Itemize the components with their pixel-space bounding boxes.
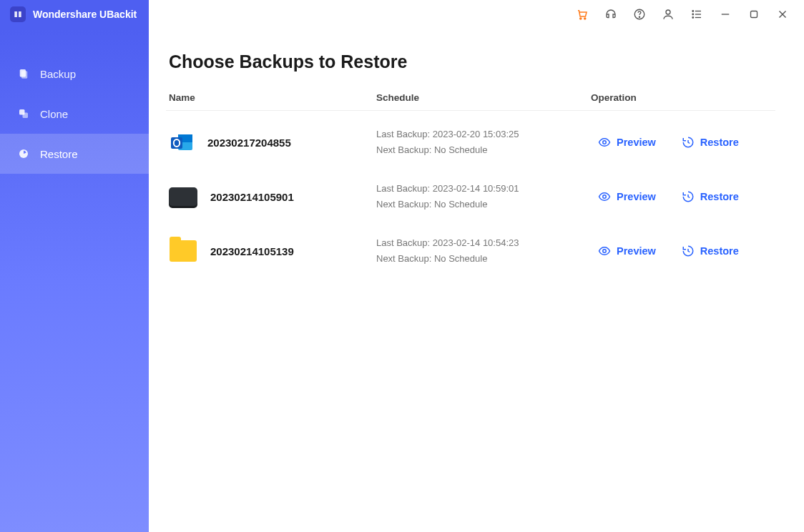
svg-rect-18 — [23, 113, 29, 119]
sidebar-item-label: Restore — [40, 148, 78, 160]
titlebar-controls — [575, 7, 804, 21]
next-backup-text: Next Backup: No Schedule — [376, 197, 591, 212]
last-backup-text: Last Backup: 2023-02-14 10:54:23 — [376, 235, 591, 251]
schedule-cell: Last Backup: 2023-02-14 10:54:23Next Bac… — [376, 235, 591, 267]
app-logo-icon — [10, 6, 26, 22]
restore-button[interactable]: Restore — [682, 190, 739, 203]
sidebar-item-clone[interactable]: Clone — [0, 94, 149, 134]
table-body: 20230217204855Last Backup: 2023-02-20 15… — [166, 115, 775, 278]
sidebar-item-label: Clone — [40, 108, 68, 120]
svg-point-9 — [692, 17, 694, 19]
schedule-cell: Last Backup: 2023-02-14 10:59:01Next Bac… — [376, 181, 591, 212]
help-icon[interactable] — [632, 7, 647, 21]
backup-name: 20230214105901 — [210, 191, 294, 203]
svg-point-3 — [639, 16, 639, 17]
page-title: Choose Backups to Restore — [166, 51, 775, 72]
preview-button[interactable]: Preview — [598, 136, 656, 149]
next-backup-text: Next Backup: No Schedule — [376, 142, 591, 158]
preview-button[interactable]: Preview — [598, 245, 656, 257]
preview-button[interactable]: Preview — [598, 190, 656, 203]
svg-rect-16 — [21, 71, 27, 79]
outlook-icon — [169, 129, 195, 155]
svg-point-25 — [603, 195, 607, 199]
restore-button[interactable]: Restore — [682, 245, 739, 257]
backup-name: 20230214105139 — [210, 245, 294, 257]
table-row: 20230214105901Last Backup: 2023-02-14 10… — [166, 169, 775, 224]
maximize-icon[interactable] — [747, 7, 761, 21]
svg-point-4 — [666, 10, 670, 14]
next-backup-text: Next Backup: No Schedule — [376, 251, 591, 267]
restore-button[interactable]: Restore — [682, 136, 739, 149]
table-row: 20230217204855Last Backup: 2023-02-20 15… — [166, 115, 775, 169]
svg-point-26 — [603, 250, 607, 253]
svg-point-7 — [692, 14, 694, 15]
last-backup-text: Last Backup: 2023-02-14 10:59:01 — [376, 181, 591, 197]
sidebar-item-label: Backup — [40, 68, 76, 80]
minimize-icon[interactable] — [718, 7, 732, 21]
restore-icon — [17, 147, 30, 160]
svg-point-24 — [603, 141, 607, 144]
sidebar-item-restore[interactable]: Restore — [0, 134, 149, 174]
schedule-cell: Last Backup: 2023-02-20 15:03:25Next Bac… — [376, 127, 591, 158]
last-backup-text: Last Backup: 2023-02-20 15:03:25 — [376, 127, 591, 142]
svg-point-5 — [692, 11, 694, 12]
svg-point-0 — [580, 18, 582, 19]
svg-rect-12 — [751, 11, 758, 18]
backup-icon — [17, 67, 30, 80]
main-content: Choose Backups to Restore Name Schedule … — [149, 29, 804, 532]
svg-point-1 — [584, 18, 586, 19]
close-icon[interactable] — [775, 7, 790, 21]
folder-icon — [169, 240, 197, 262]
menu-list-icon[interactable] — [690, 7, 704, 21]
table-row: 20230214105139Last Backup: 2023-02-14 10… — [166, 224, 775, 278]
column-header-operation: Operation — [591, 92, 773, 103]
backup-name: 20230217204855 — [207, 137, 291, 149]
column-header-name: Name — [169, 92, 376, 103]
app-title: Wondershare UBackit — [33, 9, 137, 20]
column-header-schedule: Schedule — [376, 92, 591, 103]
titlebar: Wondershare UBackit — [0, 0, 804, 29]
user-icon[interactable] — [661, 7, 675, 21]
disk-icon — [169, 187, 197, 206]
sidebar: Backup Clone Restore — [0, 29, 149, 532]
titlebar-left: Wondershare UBackit — [0, 0, 149, 29]
clone-icon — [17, 107, 30, 120]
cart-icon[interactable] — [575, 7, 589, 21]
support-icon[interactable] — [604, 7, 618, 21]
sidebar-item-backup[interactable]: Backup — [0, 54, 149, 94]
table-header: Name Schedule Operation — [166, 92, 775, 111]
